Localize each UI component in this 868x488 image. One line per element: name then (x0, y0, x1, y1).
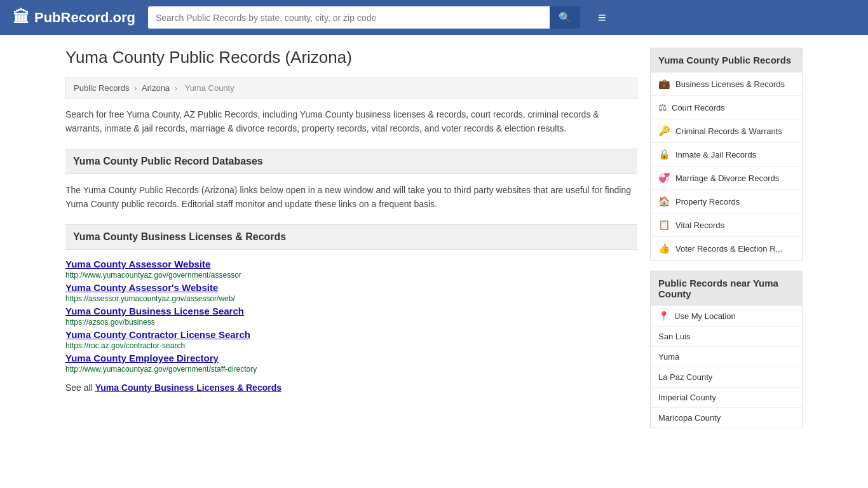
breadcrumb-sep-1: › (134, 83, 139, 93)
sidebar-nearby-title: Public Records near Yuma County (650, 271, 803, 306)
breadcrumb-yuma: Yuma County (185, 83, 234, 93)
record-link-4: Yuma County Contractor License Search ht… (65, 329, 637, 350)
record-link-2: Yuma County Assessor's Website https://a… (65, 282, 637, 303)
link-title-2[interactable]: Yuma County Assessor's Website (65, 282, 218, 293)
sidebar-main-box: Yuma County Public Records 💼 Business Li… (650, 48, 803, 261)
record-link-5: Yuma County Employee Directory http://ww… (65, 353, 637, 374)
link-title-5[interactable]: Yuma County Employee Directory (65, 353, 219, 363)
sidebar-nearby-list: 📍 Use My Location San Luis Yuma (650, 306, 803, 428)
sidebar-nearby-yuma-label: Yuma (658, 352, 679, 362)
site-header: 🏛 PubRecord.org 🔍 ≡ (0, 0, 868, 35)
sidebar-nearby-la-paz-label: La Paz County (658, 372, 712, 382)
sidebar-item-inmate[interactable]: 🔒 Inmate & Jail Records (651, 143, 802, 166)
sidebar-item-property[interactable]: 🏠 Property Records (651, 190, 802, 214)
location-pin-icon: 📍 (658, 311, 669, 321)
sidebar-nearby-use-location-label: Use My Location (674, 311, 736, 321)
search-bar: 🔍 (148, 6, 580, 29)
link-url-5[interactable]: http://www.yumacountyaz.gov/government/s… (65, 365, 257, 374)
sidebar-nearby-la-paz[interactable]: La Paz County (651, 367, 802, 388)
search-input[interactable] (148, 6, 550, 29)
thumbsup-icon: 👍 (658, 243, 670, 254)
see-all-link[interactable]: Yuma County Business Licenses & Records (95, 383, 281, 393)
sidebar-nearby-san-luis[interactable]: San Luis (651, 327, 802, 347)
breadcrumb: Public Records › Arizona › Yuma County (65, 78, 637, 98)
sidebar-nearby-yuma[interactable]: Yuma (651, 347, 802, 367)
sidebar-item-property-label: Property Records (675, 197, 740, 207)
sidebar-nearby-maricopa[interactable]: Maricopa County (651, 408, 802, 428)
menu-button[interactable]: ≡ (598, 10, 606, 26)
link-url-3[interactable]: https://azsos.gov/business (65, 318, 155, 327)
main-container: Yuma County Public Records (Arizona) Pub… (53, 35, 815, 441)
page-description: Search for free Yuma County, AZ Public R… (65, 107, 637, 136)
breadcrumb-arizona[interactable]: Arizona (142, 83, 170, 93)
section-databases-desc: The Yuma County Public Records (Arizona)… (65, 183, 637, 212)
lock-icon: 🔒 (658, 149, 670, 160)
link-title-3[interactable]: Yuma County Business License Search (65, 306, 244, 316)
rings-icon: 💞 (658, 172, 670, 184)
link-title-4[interactable]: Yuma County Contractor License Search (65, 329, 250, 340)
menu-icon: ≡ (598, 10, 606, 25)
breadcrumb-sep-2: › (175, 83, 180, 93)
sidebar-main-list: 💼 Business Licenses & Records ⚖ Court Re… (650, 72, 803, 261)
record-link-1: Yuma County Assessor Website http://www.… (65, 259, 637, 280)
section-databases-header: Yuma County Public Record Databases (65, 149, 637, 174)
home-icon: 🏠 (658, 196, 670, 207)
sidebar-item-business[interactable]: 💼 Business Licenses & Records (651, 72, 802, 96)
logo-icon: 🏛 (13, 8, 29, 27)
sidebar-nearby-use-location[interactable]: 📍 Use My Location (651, 306, 802, 327)
search-button[interactable]: 🔍 (550, 6, 580, 29)
sidebar-main-title: Yuma County Public Records (650, 48, 803, 72)
sidebar-item-criminal[interactable]: 🔑 Criminal Records & Warrants (651, 119, 802, 143)
link-group-business: Yuma County Assessor Website http://www.… (65, 259, 637, 374)
sidebar-item-inmate-label: Inmate & Jail Records (675, 150, 756, 159)
sidebar-item-vital-label: Vital Records (675, 220, 724, 230)
link-title-1[interactable]: Yuma County Assessor Website (65, 259, 210, 269)
sidebar-nearby-san-luis-label: San Luis (658, 332, 691, 341)
clipboard-icon: 📋 (658, 219, 670, 231)
sidebar-item-voter-label: Voter Records & Election R... (675, 244, 782, 254)
sidebar-item-vital[interactable]: 📋 Vital Records (651, 214, 802, 237)
scales-icon: ⚖ (658, 102, 667, 113)
content-area: Yuma County Public Records (Arizona) Pub… (65, 48, 637, 428)
link-url-4[interactable]: https://roc.az.gov/contractor-search (65, 341, 185, 350)
key-icon: 🔑 (658, 125, 670, 137)
sidebar-item-court[interactable]: ⚖ Court Records (651, 96, 802, 119)
sidebar: Yuma County Public Records 💼 Business Li… (650, 48, 803, 428)
search-icon: 🔍 (559, 12, 571, 23)
sidebar-nearby-imperial[interactable]: Imperial County (651, 388, 802, 408)
logo-text: PubRecord.org (34, 10, 135, 26)
sidebar-nearby-box: Public Records near Yuma County 📍 Use My… (650, 271, 803, 428)
sidebar-item-marriage-label: Marriage & Divorce Records (675, 173, 779, 183)
sidebar-item-court-label: Court Records (672, 103, 725, 112)
site-logo[interactable]: 🏛 PubRecord.org (13, 8, 135, 27)
sidebar-item-criminal-label: Criminal Records & Warrants (675, 126, 782, 136)
sidebar-nearby-imperial-label: Imperial County (658, 393, 716, 402)
record-link-3: Yuma County Business License Search http… (65, 306, 637, 327)
breadcrumb-public-records[interactable]: Public Records (74, 83, 129, 93)
briefcase-icon: 💼 (658, 78, 670, 90)
sidebar-nearby-maricopa-label: Maricopa County (658, 413, 721, 423)
sidebar-item-voter[interactable]: 👍 Voter Records & Election R... (651, 237, 802, 260)
see-all-label: See all (65, 383, 93, 393)
sidebar-item-marriage[interactable]: 💞 Marriage & Divorce Records (651, 166, 802, 190)
link-url-2[interactable]: https://assessor.yumacountyaz.gov/assess… (65, 294, 235, 303)
link-url-1[interactable]: http://www.yumacountyaz.gov/government/a… (65, 271, 241, 280)
sidebar-item-business-label: Business Licenses & Records (675, 79, 785, 89)
section-business-header: Yuma County Business Licenses & Records (65, 224, 637, 250)
see-all-row: See all Yuma County Business Licenses & … (65, 383, 637, 393)
page-title: Yuma County Public Records (Arizona) (65, 48, 637, 67)
